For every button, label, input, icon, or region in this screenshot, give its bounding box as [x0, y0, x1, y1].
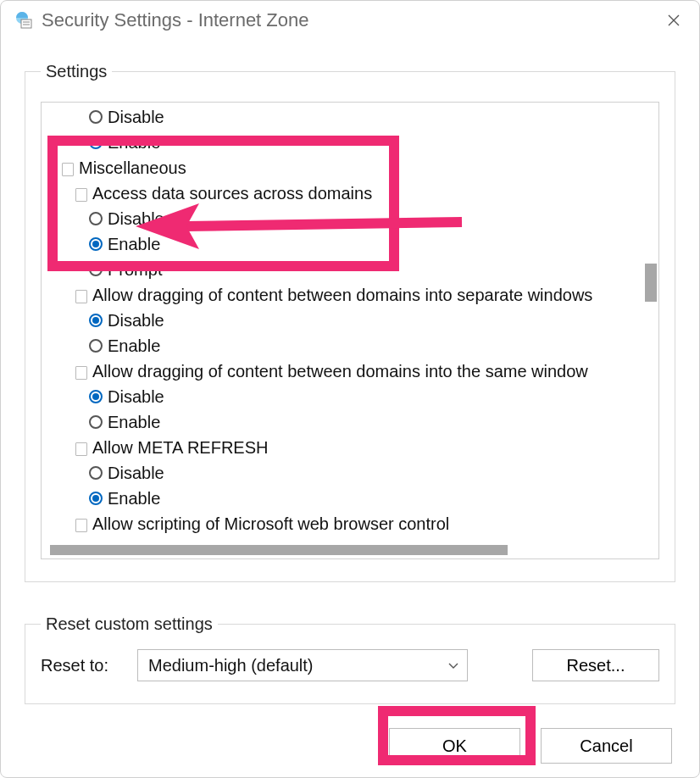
radio-icon: [89, 212, 103, 225]
radio-icon: [89, 415, 103, 429]
reset-group: Reset custom settings Reset to: Medium-h…: [25, 614, 675, 704]
option-label: Disable: [108, 206, 164, 231]
option-label: Prompt: [108, 257, 162, 282]
reset-legend: Reset custom settings: [41, 614, 218, 634]
dropdown-selected: Medium-high (default): [148, 656, 314, 675]
client-area: Settings Disable Enable Miscellaneous: [1, 40, 699, 777]
reset-button[interactable]: Reset...: [532, 649, 659, 681]
dialog-buttons: OK Cancel: [25, 728, 675, 764]
setting-label: Access data sources across domains: [92, 181, 372, 206]
radio-icon: [89, 136, 103, 149]
setting-scripting-web-browser-control: Allow scripting of Microsoft web browser…: [62, 511, 643, 536]
radio-option[interactable]: Enable: [62, 486, 643, 511]
radio-option[interactable]: Enable: [62, 231, 643, 257]
setting-drag-same-window: Allow dragging of content between domain…: [62, 358, 643, 384]
radio-option[interactable]: Enable: [62, 409, 643, 435]
page-icon: [75, 290, 87, 303]
page-icon: [75, 366, 87, 380]
category-miscellaneous: Miscellaneous: [62, 155, 643, 181]
page-icon: [75, 442, 87, 456]
radio-icon: [89, 237, 103, 251]
radio-option[interactable]: Enable: [62, 333, 643, 358]
radio-icon: [89, 263, 103, 276]
option-label: Enable: [108, 231, 160, 257]
horizontal-scroll-thumb[interactable]: [50, 545, 508, 555]
setting-access-data-sources: Access data sources across domains: [62, 181, 643, 206]
radio-option[interactable]: Disable: [62, 104, 643, 130]
option-label: Enable: [108, 333, 160, 358]
radio-option[interactable]: Disable: [62, 460, 643, 486]
svg-rect-1: [21, 19, 31, 28]
close-button[interactable]: [655, 3, 692, 37]
internet-options-icon: [13, 10, 33, 31]
security-settings-window: Security Settings - Internet Zone Settin…: [0, 0, 700, 778]
radio-icon: [89, 339, 103, 353]
settings-legend: Settings: [41, 62, 112, 81]
button-label: Reset...: [567, 656, 625, 675]
radio-option[interactable]: Prompt: [62, 257, 643, 282]
radio-icon: [89, 110, 103, 124]
radio-icon: [89, 466, 103, 480]
radio-option[interactable]: Disable: [62, 206, 643, 231]
page-icon: [62, 163, 74, 176]
settings-group: Settings Disable Enable Miscellaneous: [25, 62, 675, 582]
radio-option[interactable]: Disable: [62, 308, 643, 333]
page-icon: [75, 519, 87, 532]
page-icon: [75, 188, 87, 202]
vertical-scroll-thumb[interactable]: [645, 264, 657, 302]
vertical-scrollbar[interactable]: [643, 103, 657, 540]
option-label: Disable: [108, 104, 164, 130]
setting-label: Allow dragging of content between domain…: [92, 358, 588, 384]
option-label: Enable: [108, 130, 160, 155]
option-label: Disable: [108, 384, 164, 409]
chevron-down-icon: [448, 659, 458, 672]
titlebar: Security Settings - Internet Zone: [1, 1, 699, 40]
window-title: Security Settings - Internet Zone: [42, 9, 655, 31]
reset-level-dropdown[interactable]: Medium-high (default): [137, 649, 468, 681]
cancel-button[interactable]: Cancel: [541, 728, 672, 764]
settings-tree-viewport[interactable]: Disable Enable Miscellaneous Access data…: [42, 103, 643, 540]
setting-label: Allow dragging of content between domain…: [92, 282, 592, 308]
radio-option[interactable]: Enable: [62, 130, 643, 155]
button-label: OK: [442, 736, 467, 756]
radio-icon: [89, 390, 103, 403]
setting-label: Allow scripting of Microsoft web browser…: [92, 511, 449, 536]
settings-tree: Disable Enable Miscellaneous Access data…: [41, 102, 659, 559]
setting-meta-refresh: Allow META REFRESH: [62, 435, 643, 460]
reset-to-label: Reset to:: [41, 656, 117, 675]
option-label: Disable: [108, 460, 164, 486]
category-label: Miscellaneous: [79, 155, 186, 181]
setting-drag-separate-windows: Allow dragging of content between domain…: [62, 282, 643, 308]
option-label: Enable: [108, 486, 160, 511]
button-label: Cancel: [580, 736, 632, 756]
horizontal-scrollbar[interactable]: [42, 543, 643, 557]
option-label: Disable: [108, 308, 164, 333]
radio-icon: [89, 314, 103, 327]
ok-button[interactable]: OK: [389, 728, 520, 764]
option-label: Enable: [108, 409, 160, 435]
setting-label: Allow META REFRESH: [92, 435, 268, 460]
radio-icon: [89, 492, 103, 505]
radio-option[interactable]: Disable: [62, 384, 643, 409]
